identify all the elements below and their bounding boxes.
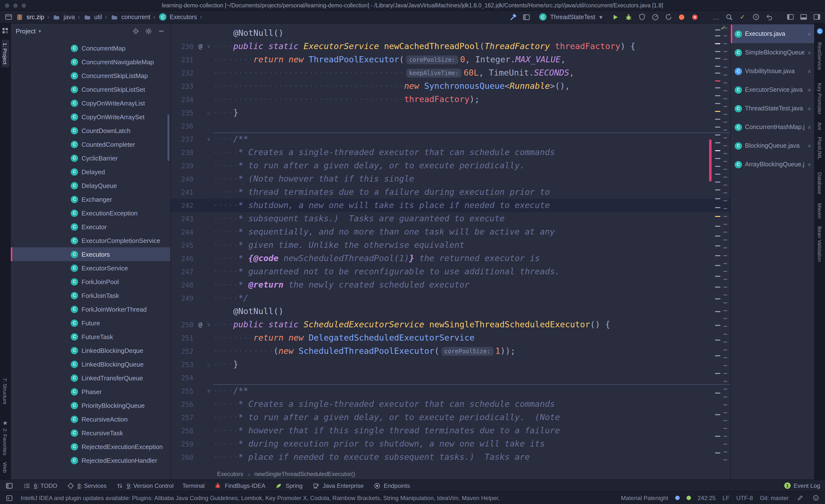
code-line[interactable]: 244·····* sequentially, and no more than…: [171, 225, 730, 239]
chevron-down-icon[interactable]: ▾: [39, 28, 41, 33]
search-icon[interactable]: [725, 12, 734, 21]
tree-item[interactable]: CDelayQueue: [11, 179, 170, 192]
project-tree-scrollbar[interactable]: [167, 114, 169, 161]
layout-right-icon[interactable]: [812, 12, 821, 21]
tool-window-button[interactable]: 8: Services: [66, 481, 106, 490]
tree-item[interactable]: CConcurrentMap: [11, 41, 170, 55]
code-line[interactable]: 232·····································…: [171, 66, 730, 80]
javaee-icon[interactable]: [311, 481, 320, 490]
tree-item[interactable]: CExecutorCompletionService: [11, 234, 170, 247]
breadcrumb-item[interactable]: Executors: [170, 13, 197, 20]
tree-item[interactable]: CFuture: [11, 316, 170, 330]
file-tab[interactable]: CVisibilityIssue.java×: [731, 62, 814, 80]
coverage-icon[interactable]: [638, 12, 646, 21]
plugin-orange-icon[interactable]: [677, 12, 686, 21]
fold-marker-icon[interactable]: ∨: [204, 43, 213, 50]
file-tab[interactable]: CExecutors.java×: [731, 24, 814, 43]
codota-icon[interactable]: C: [815, 26, 824, 35]
inspections-ok-icon[interactable]: ✓: [738, 12, 747, 21]
tool-strip-button[interactable]: RestService: [817, 42, 823, 70]
locate-file-icon[interactable]: [131, 26, 140, 35]
inspections-ok-icon[interactable]: ✓: [721, 24, 726, 31]
code-line[interactable]: 245·····* given time. Unlike the otherwi…: [171, 239, 730, 252]
code-line[interactable]: 238·····* Creates a single-threaded exec…: [171, 146, 730, 159]
file-tab[interactable]: CBlockingQueue.java×: [731, 137, 814, 155]
folder-icon[interactable]: [83, 12, 92, 21]
code-line[interactable]: 235⌂····}: [171, 106, 730, 119]
code-line[interactable]: 241·····* thread terminates due to a fai…: [171, 185, 730, 199]
fold-marker-icon[interactable]: ∨: [204, 321, 213, 328]
close-icon[interactable]: ×: [808, 105, 811, 112]
bug-red-icon[interactable]: [213, 481, 222, 490]
tool-strip-button[interactable]: Bean Validation: [817, 226, 823, 262]
layout-bottom-icon[interactable]: [799, 12, 808, 21]
archive-icon[interactable]: [15, 12, 24, 21]
restart-icon[interactable]: [664, 12, 673, 21]
code-line[interactable]: 257·····* to run after a given delay, or…: [171, 411, 730, 424]
highlighting-level-icon[interactable]: [811, 493, 820, 502]
tool-window-button[interactable]: Endpoints: [372, 481, 410, 490]
close-icon[interactable]: ×: [808, 123, 811, 131]
tool-window-button[interactable]: Spring: [274, 481, 302, 490]
code-editor[interactable]: @NotNull()230@∨····public static Executo…: [171, 23, 730, 469]
window-controls[interactable]: [5, 3, 26, 8]
code-line[interactable]: 242·····* shutdown, a new one will take …: [171, 199, 730, 212]
spring-icon[interactable]: [274, 481, 283, 490]
code-line[interactable]: 253⌂····}: [171, 358, 730, 371]
tree-item[interactable]: CExecutor: [11, 220, 170, 234]
breadcrumb-item[interactable]: util: [94, 13, 102, 20]
code-line[interactable]: 233·····································…: [171, 80, 730, 93]
file-tab[interactable]: CConcurrentHashMap.java×: [731, 118, 814, 137]
breadcrumb-item[interactable]: java: [64, 13, 75, 20]
code-line[interactable]: 256·····* Creates a single-threaded exec…: [171, 398, 730, 411]
tree-item[interactable]: CConcurrentNavigableMap: [11, 55, 170, 69]
code-line[interactable]: 252············(new ScheduledThreadPoolE…: [171, 344, 730, 358]
tool-window-button[interactable]: 9: Version Control: [116, 481, 173, 490]
tool-window-button[interactable]: 6: TODO: [22, 481, 57, 490]
code-line[interactable]: 248·····* @return the newly created sche…: [171, 278, 730, 291]
hammer-icon[interactable]: [509, 12, 518, 21]
tree-item[interactable]: CRecursiveTask: [11, 426, 170, 440]
tree-item[interactable]: CConcurrentSkipListSet: [11, 82, 170, 96]
file-tab[interactable]: CArrayBlockingQueue.java×: [731, 155, 814, 174]
tool-window-button[interactable]: Terminal: [182, 482, 205, 489]
tree-item[interactable]: CForkJoinPool: [11, 275, 170, 288]
fold-marker-icon[interactable]: ⌂: [204, 361, 213, 367]
event-log-button[interactable]: 1 Event Log: [784, 482, 820, 489]
tree-item[interactable]: CLinkedBlockingDeque: [11, 343, 170, 357]
editor-scrollbar-thumb[interactable]: [709, 139, 711, 182]
close-window-icon[interactable]: [5, 3, 9, 8]
tree-item[interactable]: CForkJoinTask: [11, 288, 170, 302]
tree-item[interactable]: CExchanger: [11, 192, 170, 206]
services-icon[interactable]: [66, 481, 75, 490]
theme-color-dot-icon[interactable]: [675, 496, 679, 500]
layout-left-icon[interactable]: [786, 12, 795, 21]
run-icon[interactable]: [611, 12, 620, 21]
tool-window-button[interactable]: Java Enterprise: [311, 481, 364, 490]
endpoints-icon[interactable]: [372, 481, 381, 490]
undo-icon[interactable]: [765, 12, 773, 21]
tool-window-icon[interactable]: [522, 12, 531, 21]
debug-icon[interactable]: [624, 12, 633, 21]
tool-strip-button[interactable]: 1: Project: [1, 40, 9, 68]
code-line[interactable]: 237∨····/**: [171, 133, 730, 146]
status-ok-dot-icon[interactable]: [686, 496, 691, 500]
code-line[interactable]: 259·····* during execution prior to shut…: [171, 437, 730, 450]
theme-widget[interactable]: Material Palenight: [621, 494, 668, 501]
code-line[interactable]: 250@∨····public static ScheduledExecutor…: [171, 318, 730, 331]
profiler-icon[interactable]: [651, 12, 660, 21]
code-line[interactable]: 258·····* however that if this single th…: [171, 424, 730, 437]
code-line[interactable]: 247·····* guaranteed not to be reconfigu…: [171, 265, 730, 278]
code-line[interactable]: @NotNull(): [171, 305, 730, 318]
more-icon[interactable]: …: [711, 12, 721, 21]
code-line[interactable]: 236: [171, 119, 730, 133]
tree-item[interactable]: CCountedCompleter: [11, 138, 170, 151]
tree-item[interactable]: CCountDownLatch: [11, 124, 170, 138]
code-line[interactable]: 231········return new ThreadPoolExecutor…: [171, 53, 730, 66]
tree-item[interactable]: CLinkedTransferQueue: [11, 371, 170, 385]
fold-marker-icon[interactable]: ⌂: [204, 110, 213, 115]
code-line[interactable]: 249·····*/: [171, 291, 730, 305]
tool-strip-button[interactable]: 2: Favorites: [2, 428, 8, 455]
vcs-icon[interactable]: [116, 481, 124, 490]
maximize-window-icon[interactable]: [22, 3, 26, 8]
